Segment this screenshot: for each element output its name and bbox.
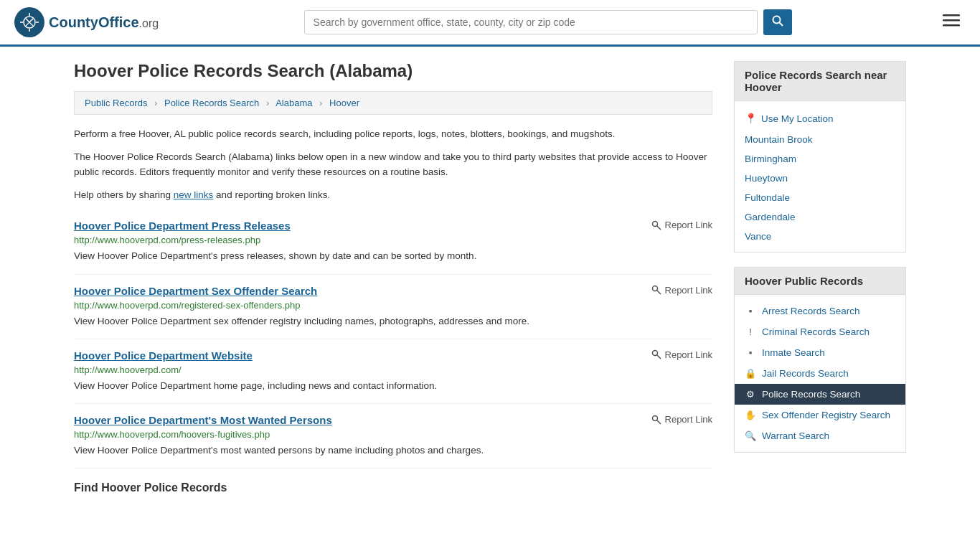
nearby-location-2[interactable]: Hueytown	[735, 169, 905, 188]
breadcrumb: Public Records › Police Records Search ›…	[74, 91, 712, 115]
content-area: Hoover Police Records Search (Alabama) P…	[74, 61, 712, 494]
result-entry-1: Hoover Police Department Sex Offender Se…	[74, 275, 712, 339]
search-button[interactable]	[763, 9, 792, 35]
search-input[interactable]	[304, 10, 758, 34]
result-desc-1: View Hoover Police Department sex offend…	[74, 314, 712, 329]
report-link-2[interactable]: Report Link	[651, 349, 712, 360]
breadcrumb-alabama[interactable]: Alabama	[275, 98, 312, 108]
description-para3-after: and reporting broken links.	[213, 189, 330, 200]
nearby-content: 📍 Use My Location Mountain BrookBirmingh…	[735, 101, 905, 252]
record-link-6[interactable]: Warrant Search	[762, 430, 829, 441]
nearby-locations: Mountain BrookBirminghamHueytownFultonda…	[735, 130, 905, 246]
record-link-0[interactable]: Arrest Records Search	[762, 306, 860, 316]
record-link-3[interactable]: Jail Records Search	[762, 368, 849, 379]
nearby-location-5[interactable]: Vance	[735, 227, 905, 246]
result-url-2[interactable]: http://www.hooverpd.com/	[74, 364, 712, 375]
result-desc-3: View Hoover Police Department's most wan…	[74, 443, 712, 458]
record-link-4[interactable]: Police Records Search	[762, 389, 860, 400]
search-icon	[772, 15, 783, 27]
use-my-location-item[interactable]: 📍 Use My Location	[735, 107, 905, 130]
record-item-5[interactable]: ✋ Sex Offender Registry Search	[735, 405, 905, 425]
wrench-icon-3	[651, 415, 661, 425]
svg-point-11	[652, 221, 657, 226]
breadcrumb-hoover[interactable]: Hoover	[329, 98, 359, 108]
record-item-3[interactable]: 🔒 Jail Records Search	[735, 363, 905, 384]
logo-suffix: .org	[139, 17, 159, 29]
svg-point-6	[773, 17, 780, 24]
nearby-location-link-1[interactable]: Birmingham	[745, 154, 796, 164]
public-records-title: Hoover Public Records	[735, 268, 905, 295]
find-heading: Find Hoover Police Records	[74, 476, 712, 494]
svg-line-14	[656, 291, 661, 295]
description-para3: Help others by sharing new links and rep…	[74, 187, 712, 203]
breadcrumb-sep-2: ›	[266, 98, 269, 108]
nearby-location-link-0[interactable]: Mountain Brook	[745, 134, 813, 145]
result-title-1[interactable]: Hoover Police Department Sex Offender Se…	[74, 285, 317, 297]
nearby-location-0[interactable]: Mountain Brook	[735, 130, 905, 149]
public-records-content: ▪ Arrest Records Search ! Criminal Recor…	[735, 295, 905, 452]
record-item-2[interactable]: ▪ Inmate Search	[735, 342, 905, 363]
nearby-location-4[interactable]: Gardendale	[735, 207, 905, 227]
result-header-2: Hoover Police Department Website Report …	[74, 349, 712, 362]
result-url-3[interactable]: http://www.hooverpd.com/hoovers-fugitive…	[74, 429, 712, 440]
public-records-box: Hoover Public Records ▪ Arrest Records S…	[734, 267, 906, 453]
logo-icon	[14, 7, 44, 37]
result-title-3[interactable]: Hoover Police Department's Most Wanted P…	[74, 414, 332, 426]
result-entry-2: Hoover Police Department Website Report …	[74, 339, 712, 404]
result-url-0[interactable]: http://www.hooverpd.com/press-releases.p…	[74, 235, 712, 245]
result-header-3: Hoover Police Department's Most Wanted P…	[74, 414, 712, 426]
result-title-0[interactable]: Hoover Police Department Press Releases	[74, 220, 291, 232]
header: CountyOffice.org	[0, 0, 980, 47]
svg-line-7	[779, 23, 783, 27]
sidebar: Police Records Search near Hoover 📍 Use …	[734, 61, 906, 494]
wrench-icon-2	[651, 349, 661, 359]
nearby-location-link-2[interactable]: Hueytown	[745, 173, 788, 184]
record-link-1[interactable]: Criminal Records Search	[762, 326, 870, 337]
record-item-6[interactable]: 🔍 Warrant Search	[735, 425, 905, 446]
record-item-4[interactable]: ⚙ Police Records Search	[735, 384, 905, 405]
svg-rect-10	[943, 24, 960, 27]
record-item-1[interactable]: ! Criminal Records Search	[735, 321, 905, 342]
svg-rect-9	[943, 19, 960, 22]
search-area	[304, 9, 792, 35]
nearby-location-1[interactable]: Birmingham	[735, 149, 905, 169]
result-url-1[interactable]: http://www.hooverpd.com/registered-sex-o…	[74, 300, 712, 311]
report-link-0[interactable]: Report Link	[651, 220, 712, 230]
description-para3-before: Help others by sharing	[74, 189, 174, 200]
record-item-0[interactable]: ▪ Arrest Records Search	[735, 301, 905, 321]
breadcrumb-sep-1: ›	[154, 98, 157, 108]
breadcrumb-sep-3: ›	[319, 98, 322, 108]
nearby-title: Police Records Search near Hoover	[735, 62, 905, 101]
use-my-location-link[interactable]: Use My Location	[761, 113, 834, 124]
report-link-3[interactable]: Report Link	[651, 414, 712, 425]
nearby-location-link-4[interactable]: Gardendale	[745, 212, 796, 222]
result-header-1: Hoover Police Department Sex Offender Se…	[74, 285, 712, 297]
nearby-location-3[interactable]: Fultondale	[735, 188, 905, 207]
nearby-box: Police Records Search near Hoover 📍 Use …	[734, 61, 906, 253]
record-icon-5: ✋	[745, 410, 756, 420]
nearby-location-link-5[interactable]: Vance	[745, 231, 771, 242]
svg-rect-8	[943, 14, 960, 17]
svg-point-17	[652, 415, 657, 420]
svg-point-15	[652, 351, 657, 356]
svg-line-18	[656, 420, 661, 424]
new-links-link[interactable]: new links	[174, 189, 214, 200]
description-para2: The Hoover Police Records Search (Alabam…	[74, 149, 712, 180]
result-desc-0: View Hoover Police Department's press re…	[74, 249, 712, 263]
record-icon-4: ⚙	[745, 389, 756, 400]
result-title-2[interactable]: Hoover Police Department Website	[74, 349, 253, 362]
menu-button[interactable]	[937, 10, 966, 34]
nearby-location-link-3[interactable]: Fultondale	[745, 192, 790, 203]
result-entry-0: Hoover Police Department Press Releases …	[74, 209, 712, 274]
record-link-5[interactable]: Sex Offender Registry Search	[762, 410, 890, 420]
breadcrumb-police-records[interactable]: Police Records Search	[164, 98, 259, 108]
report-link-1[interactable]: Report Link	[651, 285, 712, 296]
hamburger-icon	[943, 14, 960, 27]
record-link-2[interactable]: Inmate Search	[762, 347, 825, 358]
main-container: Hoover Police Records Search (Alabama) P…	[60, 47, 920, 509]
header-right	[937, 10, 966, 34]
logo-area: CountyOffice.org	[14, 7, 159, 37]
logo-text: CountyOffice.org	[49, 14, 159, 31]
breadcrumb-public-records[interactable]: Public Records	[85, 98, 147, 108]
record-icon-3: 🔒	[745, 368, 756, 379]
